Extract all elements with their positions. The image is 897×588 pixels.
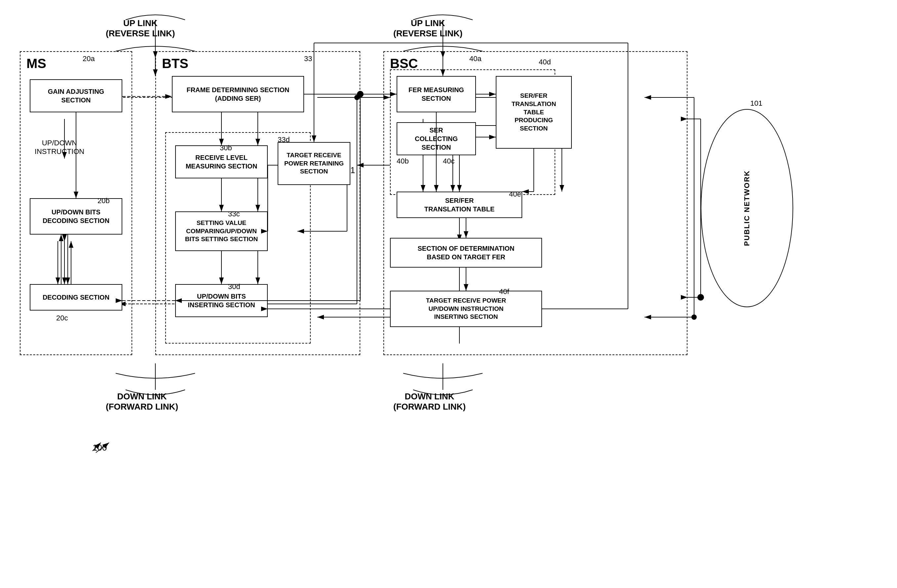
target-receive-inserting-box: TARGET RECEIVE POWERUP/DOWN INSTRUCTIONI… xyxy=(390,291,542,327)
ser-collecting-ref40c: 40c xyxy=(443,157,455,165)
ser-fer-table-box: SER/FERTRANSLATION TABLE xyxy=(396,192,522,218)
updown-instruction-label: UP/DOWNINSTRUCTION xyxy=(33,139,86,156)
ms-label: MS xyxy=(26,56,46,71)
svg-line-37 xyxy=(93,443,101,451)
ser-collecting-ref40b: 40b xyxy=(396,157,409,165)
gain-adjusting-box: GAIN ADJUSTING SECTION xyxy=(30,79,122,112)
ser-collecting-box: SERCOLLECTINGSECTION xyxy=(396,122,476,155)
bsc-label: BSC xyxy=(390,56,418,71)
setting-value-box: SETTING VALUECOMPARING/UP/DOWNBITS SETTI… xyxy=(175,211,268,251)
receive-level-ref: 30b xyxy=(220,144,232,152)
diagram-ref-arrow xyxy=(83,433,109,452)
ms-ref: 20a xyxy=(83,55,95,63)
frame-determining-box: FRAME DETERMINING SECTION(ADDING SER) xyxy=(172,76,304,112)
target-inserting-ref: 40f xyxy=(499,287,509,296)
line1-ref: 1 xyxy=(351,165,355,176)
target-receive-ref: 33d xyxy=(278,136,290,144)
decoding-box: DECODING SECTION xyxy=(30,284,122,310)
uplink-right-label: UP LINK(REVERSE LINK) xyxy=(393,18,462,39)
diagram: MS 20a GAIN ADJUSTING SECTION UP/DOWNINS… xyxy=(0,0,897,588)
updown-bits-inserting-box: UP/DOWN BITSINSERTING SECTION xyxy=(175,284,268,317)
decoding-ref: 20c xyxy=(56,314,68,322)
public-network-ref: 101 xyxy=(750,99,762,108)
downlink-right-label: DOWN LINK(FORWARD LINK) xyxy=(393,391,466,412)
downlink-left-label: DOWN LINK(FORWARD LINK) xyxy=(106,391,178,412)
ser-fer-producing-ref: 40d xyxy=(539,58,551,66)
ser-fer-table-ref: 40e xyxy=(509,190,521,199)
public-network-oval: PUBLIC NETWORK xyxy=(701,109,793,307)
determination-box: SECTION OF DETERMINATIONBASED ON TARGET … xyxy=(390,238,542,267)
updown-bits-ref: 20b xyxy=(98,197,110,205)
updown-inserting-ref: 30d xyxy=(228,283,240,291)
uplink-left-label: UP LINK(REVERSE LINK) xyxy=(106,18,175,39)
bts-label: BTS xyxy=(162,56,188,71)
fer-measuring-box: FER MEASURINGSECTION xyxy=(396,76,476,112)
target-receive-box: TARGET RECEIVEPOWER RETAININGSECTION xyxy=(278,142,351,185)
setting-value-ref: 33c xyxy=(228,210,240,218)
bsc-ref: 40a xyxy=(469,55,482,63)
ser-fer-producing-box: SER/FERTRANSLATIONTABLEPRODUCINGSECTION xyxy=(496,76,572,149)
bts-ref: 33 xyxy=(304,55,312,63)
